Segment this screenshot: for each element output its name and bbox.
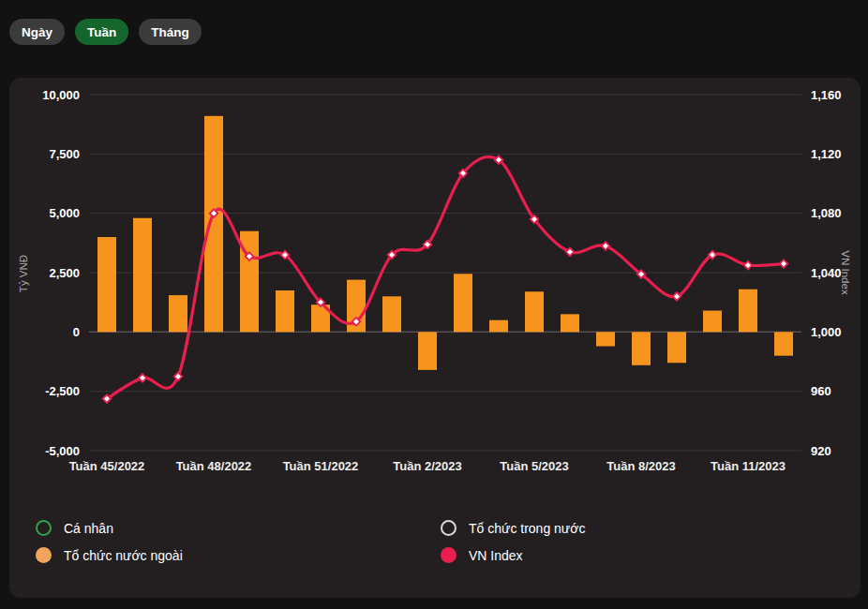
legend-label: VN Index <box>469 548 523 563</box>
grid-layer <box>89 95 801 451</box>
x-axis-label: Tuần 51/2022 <box>283 459 359 473</box>
legend-label: Cá nhân <box>64 521 113 536</box>
x-axis-label: Tuần 11/2023 <box>711 459 786 473</box>
bar[interactable] <box>703 311 722 333</box>
legend-label: Tổ chức trong nước <box>469 521 585 536</box>
left-axis-title: Tỷ VNĐ <box>18 255 29 292</box>
legend-swatch-to-chuc-trong-nuoc <box>441 520 456 536</box>
page: { "toolbar": { "tabs": [ {"id": "day", "… <box>0 0 868 609</box>
bar[interactable] <box>739 290 757 333</box>
bar[interactable] <box>169 295 187 332</box>
legend-swatch-vn-index <box>441 547 456 563</box>
legend-item-to-chuc-trong-nuoc[interactable]: Tổ chức trong nước <box>441 520 842 536</box>
tab-month[interactable]: Tháng <box>139 19 202 45</box>
bar[interactable] <box>97 237 116 332</box>
legend-swatch-to-chuc-nuoc-ngoai <box>36 547 52 563</box>
x-axis-label: Tuần 45/2022 <box>69 459 145 473</box>
bar[interactable] <box>454 274 472 332</box>
legend-item-to-chuc-nuoc-ngoai[interactable]: Tổ chức nước ngoài <box>36 547 441 563</box>
bar[interactable] <box>525 291 544 332</box>
bar[interactable] <box>632 332 651 364</box>
right-axis-tick: 920 <box>811 444 831 458</box>
bar[interactable] <box>204 116 223 333</box>
right-axis-tick: 1,120 <box>811 147 842 161</box>
bar[interactable] <box>276 290 294 332</box>
legend-label: Tổ chức nước ngoài <box>64 548 183 563</box>
left-axis-tick: -2,500 <box>45 384 80 398</box>
left-axis-tick: 7,500 <box>49 147 80 161</box>
period-tabs: NgàyTuầnTháng <box>9 19 202 45</box>
bar[interactable] <box>382 296 401 332</box>
tab-day[interactable]: Ngày <box>9 19 65 45</box>
bar[interactable] <box>667 332 686 363</box>
line-marker <box>780 260 788 268</box>
x-axis-label: Tuần 5/2023 <box>500 459 568 473</box>
bar[interactable] <box>596 332 615 346</box>
line-marker <box>744 261 753 270</box>
line-marker <box>139 374 147 382</box>
left-axis-tick: 2,500 <box>49 266 80 280</box>
legend-swatch-ca-nhan <box>36 520 52 536</box>
tab-week[interactable]: Tuần <box>75 19 128 45</box>
chart-panel: Tỷ VNĐ VN Index 10,0001,1607,5001,1205,0… <box>9 78 861 598</box>
bar[interactable] <box>489 320 508 333</box>
right-axis-tick: 960 <box>811 384 831 398</box>
bar[interactable] <box>133 218 152 333</box>
left-axis-tick: 10,000 <box>42 88 80 102</box>
left-axis-tick: 5,000 <box>49 206 80 220</box>
right-axis-tick: 1,080 <box>811 206 842 220</box>
legend-item-ca-nhan[interactable]: Cá nhân <box>36 520 441 536</box>
axis-ticks: 10,0001,1607,5001,1205,0001,0802,5001,04… <box>42 88 841 474</box>
left-axis-tick: 0 <box>73 325 80 339</box>
x-axis-label: Tuần 48/2022 <box>176 459 252 473</box>
x-axis-label: Tuần 8/2023 <box>606 459 675 473</box>
chart-legend: Cá nhânTổ chức trong nướcTổ chức nước ng… <box>36 520 842 563</box>
x-axis-label: Tuần 2/2023 <box>393 459 461 473</box>
bar[interactable] <box>774 332 793 355</box>
right-axis-tick: 1,040 <box>811 266 842 280</box>
right-axis-tick: 1,160 <box>811 88 842 102</box>
bar[interactable] <box>418 332 437 370</box>
legend-item-vn-index[interactable]: VN Index <box>441 547 842 563</box>
right-axis-tick: 1,000 <box>811 325 842 339</box>
bar[interactable] <box>561 314 579 332</box>
left-axis-tick: -5,000 <box>45 444 80 458</box>
right-axis-title: VN Index <box>840 250 851 295</box>
